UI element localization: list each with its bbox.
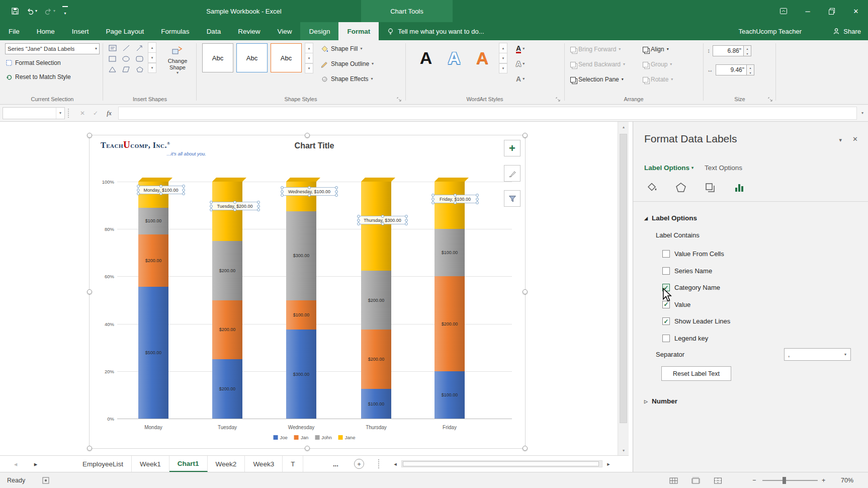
selection-handle[interactable] xyxy=(405,222,408,225)
bar-segment-john-wednesday[interactable]: $300.00 xyxy=(286,211,316,300)
checkbox-row-category-name[interactable]: ✓Category Name xyxy=(662,279,843,296)
checkbox-row-show-leader-lines[interactable]: ✓Show Leader Lines xyxy=(662,313,843,330)
chart-legend[interactable]: JoeJanJohnJane xyxy=(274,435,356,440)
bar-segment-jane-tuesday[interactable] xyxy=(212,182,242,241)
selection-handle[interactable] xyxy=(335,186,338,189)
shape-effects-button[interactable]: Shape Effects ▾ xyxy=(321,72,373,86)
wordart-preset-3[interactable]: A xyxy=(471,44,494,71)
chart-selection-handle[interactable] xyxy=(523,289,528,294)
selection-handle[interactable] xyxy=(137,192,140,195)
shape-line-icon[interactable] xyxy=(119,43,133,53)
zoom-level[interactable]: 70% xyxy=(841,472,853,488)
selection-handle[interactable] xyxy=(476,201,479,204)
spin-down-icon[interactable]: ▾ xyxy=(747,70,754,75)
account-name[interactable]: TeachUcomp Teacher xyxy=(739,22,802,40)
bar-segment-john-monday[interactable]: $100.00 xyxy=(138,208,168,234)
gallery-more-icon[interactable]: ▾ xyxy=(148,62,156,73)
bar-segment-jan-friday[interactable]: $200.00 xyxy=(435,276,465,371)
page-layout-view-icon[interactable] xyxy=(689,475,702,486)
formula-bar-expand-icon[interactable]: ▾ xyxy=(857,111,868,115)
ribbon-tab-review[interactable]: Review xyxy=(229,22,269,40)
bar-segment-joe-monday[interactable]: $500.00 xyxy=(138,287,168,419)
height-spinner[interactable]: ▴ ▾ xyxy=(744,45,751,56)
fill-line-icon[interactable] xyxy=(644,180,659,195)
sheet-nav-right-icon[interactable]: ▸ xyxy=(28,456,43,472)
ribbon-display-options-button[interactable] xyxy=(771,0,796,22)
legend-item-john[interactable]: John xyxy=(315,435,332,440)
chart-selection-handle[interactable] xyxy=(305,133,310,138)
shape-rounded-rectangle-icon[interactable] xyxy=(133,53,146,64)
text-outline-button[interactable]: A ▾ xyxy=(516,58,525,70)
chart-selection-handle[interactable] xyxy=(523,133,528,138)
reset-label-text-button[interactable]: Reset Label Text xyxy=(661,366,731,381)
selection-handle[interactable] xyxy=(257,201,260,204)
horizontal-scrollbar[interactable] xyxy=(401,460,602,467)
cancel-button[interactable]: ✕ xyxy=(76,110,89,117)
customize-qat-button[interactable]: ▾ xyxy=(62,6,68,17)
checkbox-row-series-name[interactable]: Series Name xyxy=(662,263,843,280)
tab-label-options[interactable]: Label Options ▾ xyxy=(644,164,693,172)
bar-segment-john-tuesday[interactable]: $200.00 xyxy=(212,241,242,300)
selection-handle[interactable] xyxy=(281,194,284,197)
selection-handle[interactable] xyxy=(281,186,284,189)
shape-outline-button[interactable]: Shape Outline ▾ xyxy=(321,57,374,70)
checkbox-row-legend-key[interactable]: Legend key xyxy=(662,330,843,347)
selection-handle[interactable] xyxy=(381,222,384,225)
shape-arrow-icon[interactable] xyxy=(133,43,146,53)
scroll-down-icon[interactable]: ▾ xyxy=(305,53,313,63)
selected-data-label[interactable]: Monday, $100.00 xyxy=(138,186,184,194)
bar-segment-joe-tuesday[interactable]: $200.00 xyxy=(212,359,242,419)
shape-style-preset-1[interactable]: Abc xyxy=(202,43,233,72)
format-selection-button[interactable]: Format Selection xyxy=(6,56,61,69)
change-shape-button[interactable]: Change Shape ▾ xyxy=(162,44,193,75)
spin-up-icon[interactable]: ▴ xyxy=(747,65,754,70)
checkbox-series-name[interactable] xyxy=(662,267,670,275)
chart-selection-handle[interactable] xyxy=(87,133,92,138)
align-button[interactable]: Align▾ xyxy=(643,43,669,56)
selected-data-label[interactable]: Thursday, $300.00 xyxy=(358,216,407,224)
selection-handle[interactable] xyxy=(182,185,185,188)
selection-handle[interactable] xyxy=(257,208,260,211)
selection-handle[interactable] xyxy=(159,192,162,195)
chart-element-selector[interactable]: Series "Jane" Data Labels ▾ xyxy=(5,43,100,54)
wordart-preset-1[interactable]: A xyxy=(414,44,438,71)
selection-handle[interactable] xyxy=(137,189,140,192)
zoom-slider-thumb[interactable] xyxy=(783,477,786,484)
bar-segment-jane-friday[interactable] xyxy=(435,182,465,229)
vertical-scrollbar[interactable]: ▴ ▾ xyxy=(618,122,629,455)
separator-dropdown[interactable]: , ▾ xyxy=(784,348,851,361)
normal-view-icon[interactable] xyxy=(667,475,680,486)
selection-handle[interactable] xyxy=(182,189,185,192)
sheet-tab-week3[interactable]: Week3 xyxy=(245,456,283,472)
bar-segment-jan-tuesday[interactable]: $200.00 xyxy=(212,300,242,360)
redo-dropdown-icon[interactable]: ▾ xyxy=(53,9,55,13)
bar-segment-jan-thursday[interactable]: $200.00 xyxy=(361,330,391,389)
ribbon-tab-formulas[interactable]: Formulas xyxy=(152,22,198,40)
ribbon-tab-view[interactable]: View xyxy=(269,22,300,40)
scroll-up-arrow-icon[interactable]: ▴ xyxy=(618,122,629,132)
spin-down-icon[interactable]: ▾ xyxy=(744,51,751,56)
checkbox-show-leader-lines[interactable]: ✓ xyxy=(662,317,670,325)
chart-sheet-canvas[interactable]: TeachUcomp, Inc.® ...it's all about you.… xyxy=(0,122,618,455)
shape-textbox-icon[interactable] xyxy=(106,43,119,53)
chart-selection-handle[interactable] xyxy=(305,446,310,451)
shape-width-input[interactable]: 9.46" xyxy=(716,64,747,75)
ribbon-tab-insert[interactable]: Insert xyxy=(63,22,98,40)
selection-handle[interactable] xyxy=(431,201,435,204)
tell-me-box[interactable]: Tell me what you want to do... xyxy=(387,22,484,40)
shape-style-preset-3[interactable]: Abc xyxy=(271,43,302,72)
tab-text-options[interactable]: Text Options xyxy=(705,164,742,172)
spin-up-icon[interactable]: ▴ xyxy=(744,46,751,51)
scroll-down-arrow-icon[interactable]: ▾ xyxy=(618,445,629,455)
selection-handle[interactable] xyxy=(335,194,338,197)
sheet-tab-t[interactable]: T xyxy=(283,456,303,472)
chart-selection-handle[interactable] xyxy=(523,446,528,451)
scroll-up-icon[interactable]: ▴ xyxy=(305,43,313,53)
shape-height-input[interactable]: 6.86" xyxy=(713,45,744,56)
enter-button[interactable]: ✓ xyxy=(89,110,102,117)
vertical-scrollbar-thumb[interactable] xyxy=(620,134,627,423)
effects-icon[interactable] xyxy=(673,180,688,195)
text-effects-button[interactable]: A ▾ xyxy=(516,73,525,85)
horizontal-scrollbar-thumb[interactable] xyxy=(403,461,599,466)
selection-handle[interactable] xyxy=(210,205,213,208)
